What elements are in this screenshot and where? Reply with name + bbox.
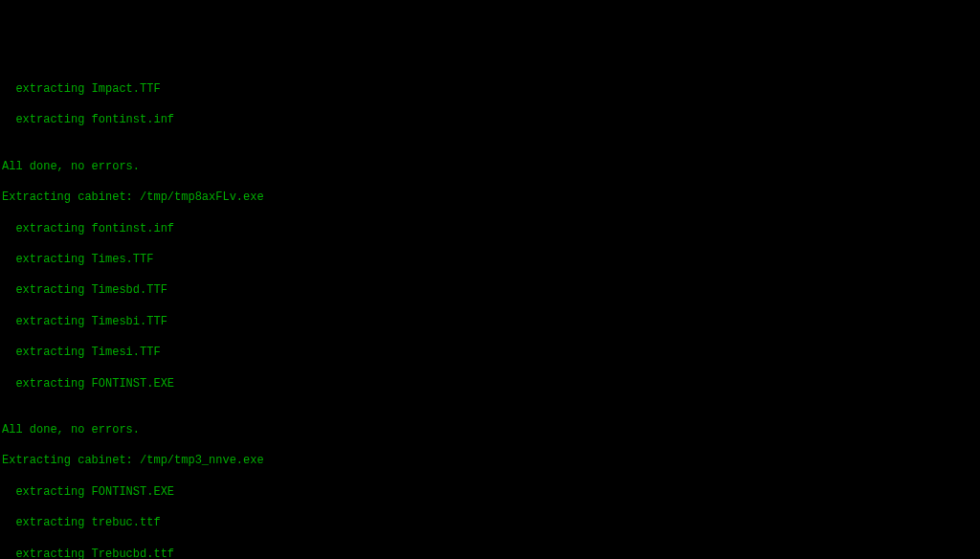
terminal-line: extracting Timesbd.TTF [2, 282, 978, 298]
terminal-line: All done, no errors. [2, 159, 978, 174]
terminal-line: extracting fontinst.inf [2, 112, 978, 127]
terminal-line: extracting FONTINST.EXE [2, 484, 978, 500]
terminal-line: extracting trebuc.ttf [2, 515, 978, 530]
terminal-line: extracting Impact.TTF [2, 81, 978, 97]
terminal-line: extracting Timesi.TTF [2, 345, 978, 360]
terminal-line: extracting FONTINST.EXE [2, 376, 978, 391]
terminal-output: extracting Impact.TTF extracting fontins… [2, 66, 978, 559]
terminal-line: extracting Trebucbd.ttf [2, 547, 978, 559]
terminal-line: Extracting cabinet: /tmp/tmp3_nnve.exe [2, 453, 978, 468]
terminal-line: extracting Times.TTF [2, 252, 978, 267]
terminal-line: All done, no errors. [2, 422, 978, 437]
terminal-line: Extracting cabinet: /tmp/tmp8axFLv.exe [2, 190, 978, 205]
terminal-line: extracting Timesbi.TTF [2, 314, 978, 329]
terminal-line: extracting fontinst.inf [2, 221, 978, 236]
